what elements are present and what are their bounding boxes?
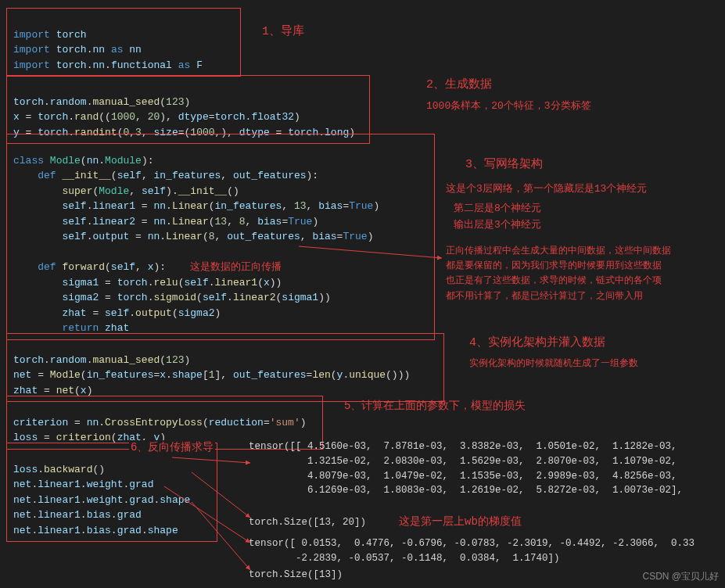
code-box-imports: import torch import torch.nn as nn impor… [6, 8, 241, 77]
annotation-forward: 这是数据的正向传播 [190, 261, 282, 273]
output-size-1: torch.Size([13, 20]) [249, 515, 366, 530]
annotation-2-title: 2、生成数据 [426, 77, 492, 91]
output-tensor-1: tensor([[ 4.5160e-03, 7.8781e-03, 3.8382… [249, 439, 683, 498]
annotation-7: 这是第一层上wb的梯度值 [399, 514, 522, 529]
annotation-2-desc: 1000条样本，20个特征，3分类标签 [426, 99, 591, 113]
watermark: CSDN @宝贝儿好 [642, 570, 719, 583]
code-box-instantiate: torch.random.manual_seed(123) net = Modl… [6, 333, 444, 402]
annotation-6: 6、反向传播求导 [129, 440, 215, 454]
annotation-4-desc: 实例化架构的时候就随机生成了一组参数 [469, 357, 638, 370]
annotation-3-line3: 输出层是3个神经元 [454, 217, 541, 231]
annotation-3-desc: 正向传播过程中会生成大量的中间数据，这些中间数据 都是要保留的，因为我们求导的时… [446, 244, 671, 304]
annotation-1: 1、导库 [262, 23, 304, 38]
annotation-3-title: 3、写网络架构 [465, 156, 543, 171]
output-tensor-2: tensor([ 0.0153, 0.4776, -0.6796, -0.078… [249, 536, 694, 566]
annotation-5: 5、计算在上面的参数下，模型的损失 [344, 399, 526, 413]
annotation-3-line2: 第二层是8个神经元 [454, 201, 541, 215]
code-box-class: class Modle(nn.Module): def __init__(sel… [6, 134, 435, 340]
annotation-3-line1: 这是个3层网络，第一个隐藏层是13个神经元 [446, 181, 647, 195]
output-size-2: torch.Size([13]) [249, 568, 343, 583]
annotation-4-title: 4、实例化架构并灌入数据 [469, 335, 605, 350]
code-box-backward: loss.backward() net.linear1.weight.grad … [6, 443, 217, 542]
